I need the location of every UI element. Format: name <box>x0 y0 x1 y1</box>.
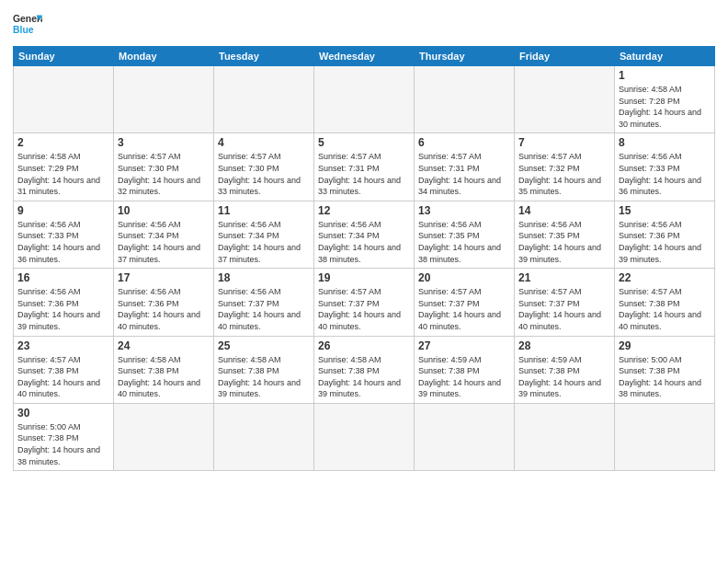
day-info: Sunrise: 4:58 AM Sunset: 7:38 PM Dayligh… <box>118 354 210 400</box>
calendar-cell: 7Sunrise: 4:57 AM Sunset: 7:32 PM Daylig… <box>515 133 615 201</box>
day-number: 16 <box>17 271 109 284</box>
calendar-cell: 19Sunrise: 4:57 AM Sunset: 7:37 PM Dayli… <box>314 269 415 336</box>
header: General Blue <box>13 9 715 39</box>
calendar-cell <box>314 66 415 133</box>
calendar-cell: 1Sunrise: 4:58 AM Sunset: 7:28 PM Daylig… <box>615 66 715 133</box>
day-info: Sunrise: 4:57 AM Sunset: 7:30 PM Dayligh… <box>218 151 310 197</box>
logo-icon: General Blue <box>13 9 42 39</box>
day-info: Sunrise: 4:57 AM Sunset: 7:38 PM Dayligh… <box>17 354 109 400</box>
day-info: Sunrise: 4:56 AM Sunset: 7:33 PM Dayligh… <box>619 151 711 197</box>
weekday-header-row: SundayMondayTuesdayWednesdayThursdayFrid… <box>14 47 715 66</box>
day-info: Sunrise: 4:58 AM Sunset: 7:38 PM Dayligh… <box>218 354 310 400</box>
calendar-cell: 12Sunrise: 4:56 AM Sunset: 7:34 PM Dayli… <box>314 201 415 268</box>
week-row-4: 23Sunrise: 4:57 AM Sunset: 7:38 PM Dayli… <box>14 336 715 403</box>
day-info: Sunrise: 4:57 AM Sunset: 7:37 PM Dayligh… <box>518 286 610 332</box>
day-info: Sunrise: 4:57 AM Sunset: 7:30 PM Dayligh… <box>118 151 210 197</box>
day-number: 10 <box>118 204 210 217</box>
day-info: Sunrise: 4:57 AM Sunset: 7:32 PM Dayligh… <box>518 151 610 197</box>
week-row-3: 16Sunrise: 4:56 AM Sunset: 7:36 PM Dayli… <box>14 269 715 336</box>
day-info: Sunrise: 4:56 AM Sunset: 7:37 PM Dayligh… <box>218 286 310 332</box>
calendar-cell <box>515 403 615 470</box>
day-number: 30 <box>17 407 109 419</box>
weekday-header-tuesday: Tuesday <box>214 47 314 66</box>
day-number: 24 <box>118 339 210 352</box>
calendar-cell: 14Sunrise: 4:56 AM Sunset: 7:35 PM Dayli… <box>515 201 615 268</box>
day-info: Sunrise: 4:56 AM Sunset: 7:33 PM Dayligh… <box>17 219 109 265</box>
day-number: 9 <box>17 204 109 217</box>
calendar-cell: 30Sunrise: 5:00 AM Sunset: 7:38 PM Dayli… <box>14 403 114 470</box>
day-number: 23 <box>17 339 109 352</box>
day-info: Sunrise: 4:59 AM Sunset: 7:38 PM Dayligh… <box>418 354 510 400</box>
calendar-cell: 3Sunrise: 4:57 AM Sunset: 7:30 PM Daylig… <box>114 133 214 201</box>
day-number: 22 <box>619 271 711 284</box>
day-info: Sunrise: 4:58 AM Sunset: 7:28 PM Dayligh… <box>619 84 711 130</box>
day-info: Sunrise: 4:57 AM Sunset: 7:31 PM Dayligh… <box>418 151 510 197</box>
day-info: Sunrise: 5:00 AM Sunset: 7:38 PM Dayligh… <box>17 421 109 467</box>
calendar-cell: 15Sunrise: 4:56 AM Sunset: 7:36 PM Dayli… <box>615 201 715 268</box>
day-info: Sunrise: 4:57 AM Sunset: 7:37 PM Dayligh… <box>318 286 410 332</box>
day-info: Sunrise: 4:58 AM Sunset: 7:38 PM Dayligh… <box>318 354 410 400</box>
calendar-cell: 10Sunrise: 4:56 AM Sunset: 7:34 PM Dayli… <box>114 201 214 268</box>
day-info: Sunrise: 4:56 AM Sunset: 7:36 PM Dayligh… <box>17 286 109 332</box>
calendar-cell <box>515 66 615 133</box>
day-number: 14 <box>518 204 610 217</box>
svg-text:Blue: Blue <box>13 25 34 35</box>
day-number: 27 <box>418 339 510 352</box>
day-number: 17 <box>118 271 210 284</box>
day-info: Sunrise: 4:56 AM Sunset: 7:34 PM Dayligh… <box>218 219 310 265</box>
calendar-cell <box>314 403 415 470</box>
week-row-0: 1Sunrise: 4:58 AM Sunset: 7:28 PM Daylig… <box>14 66 715 133</box>
day-number: 4 <box>218 136 310 149</box>
calendar-cell: 13Sunrise: 4:56 AM Sunset: 7:35 PM Dayli… <box>415 201 515 268</box>
calendar-cell: 16Sunrise: 4:56 AM Sunset: 7:36 PM Dayli… <box>14 269 114 336</box>
day-number: 21 <box>518 271 610 284</box>
calendar-cell: 22Sunrise: 4:57 AM Sunset: 7:38 PM Dayli… <box>615 269 715 336</box>
day-number: 3 <box>118 136 210 149</box>
day-number: 12 <box>318 204 410 217</box>
calendar-cell <box>415 403 515 470</box>
day-number: 15 <box>619 204 711 217</box>
day-info: Sunrise: 4:59 AM Sunset: 7:38 PM Dayligh… <box>518 354 610 400</box>
day-number: 28 <box>518 339 610 352</box>
calendar-cell <box>214 403 314 470</box>
calendar-cell: 11Sunrise: 4:56 AM Sunset: 7:34 PM Dayli… <box>214 201 314 268</box>
weekday-header-sunday: Sunday <box>14 47 114 66</box>
calendar-cell: 6Sunrise: 4:57 AM Sunset: 7:31 PM Daylig… <box>415 133 515 201</box>
day-number: 7 <box>518 136 610 149</box>
calendar-cell: 17Sunrise: 4:56 AM Sunset: 7:36 PM Dayli… <box>114 269 214 336</box>
calendar-cell: 26Sunrise: 4:58 AM Sunset: 7:38 PM Dayli… <box>314 336 415 403</box>
calendar-cell: 25Sunrise: 4:58 AM Sunset: 7:38 PM Dayli… <box>214 336 314 403</box>
calendar-cell <box>114 403 214 470</box>
day-number: 1 <box>619 69 711 82</box>
day-number: 2 <box>17 136 109 149</box>
weekday-header-saturday: Saturday <box>615 47 715 66</box>
calendar-cell: 2Sunrise: 4:58 AM Sunset: 7:29 PM Daylig… <box>14 133 114 201</box>
day-number: 20 <box>418 271 510 284</box>
day-number: 11 <box>218 204 310 217</box>
calendar-cell <box>114 66 214 133</box>
day-info: Sunrise: 4:56 AM Sunset: 7:36 PM Dayligh… <box>619 219 711 265</box>
calendar-cell: 5Sunrise: 4:57 AM Sunset: 7:31 PM Daylig… <box>314 133 415 201</box>
calendar-cell: 28Sunrise: 4:59 AM Sunset: 7:38 PM Dayli… <box>515 336 615 403</box>
calendar-cell <box>415 66 515 133</box>
day-info: Sunrise: 4:57 AM Sunset: 7:38 PM Dayligh… <box>619 286 711 332</box>
calendar-cell <box>214 66 314 133</box>
day-number: 5 <box>318 136 410 149</box>
day-info: Sunrise: 5:00 AM Sunset: 7:38 PM Dayligh… <box>619 354 711 400</box>
calendar-cell: 9Sunrise: 4:56 AM Sunset: 7:33 PM Daylig… <box>14 201 114 268</box>
day-number: 19 <box>318 271 410 284</box>
week-row-2: 9Sunrise: 4:56 AM Sunset: 7:33 PM Daylig… <box>14 201 715 268</box>
calendar-cell: 29Sunrise: 5:00 AM Sunset: 7:38 PM Dayli… <box>615 336 715 403</box>
logo: General Blue <box>13 9 42 39</box>
calendar-cell: 4Sunrise: 4:57 AM Sunset: 7:30 PM Daylig… <box>214 133 314 201</box>
day-number: 6 <box>418 136 510 149</box>
weekday-header-wednesday: Wednesday <box>314 47 415 66</box>
weekday-header-friday: Friday <box>515 47 615 66</box>
day-info: Sunrise: 4:57 AM Sunset: 7:37 PM Dayligh… <box>418 286 510 332</box>
calendar: SundayMondayTuesdayWednesdayThursdayFrid… <box>13 46 715 471</box>
calendar-cell: 23Sunrise: 4:57 AM Sunset: 7:38 PM Dayli… <box>14 336 114 403</box>
day-info: Sunrise: 4:57 AM Sunset: 7:31 PM Dayligh… <box>318 151 410 197</box>
calendar-cell <box>615 403 715 470</box>
day-info: Sunrise: 4:58 AM Sunset: 7:29 PM Dayligh… <box>17 151 109 197</box>
calendar-cell: 27Sunrise: 4:59 AM Sunset: 7:38 PM Dayli… <box>415 336 515 403</box>
